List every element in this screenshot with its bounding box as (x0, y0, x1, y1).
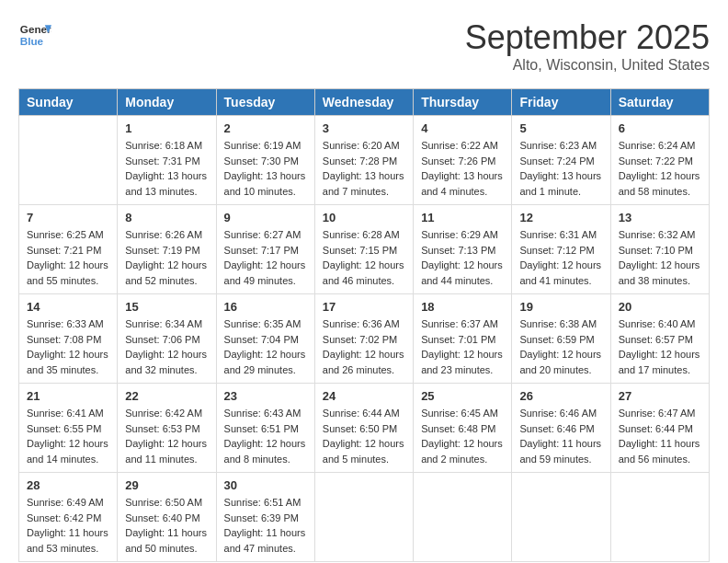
sunrise-text: Sunrise: 6:42 AM (125, 406, 208, 421)
sunrise-text: Sunrise: 6:28 AM (323, 227, 405, 243)
day-info: Sunrise: 6:36 AMSunset: 7:02 PMDaylight:… (323, 316, 405, 377)
sunset-text: Sunset: 6:44 PM (619, 421, 701, 437)
day-info: Sunrise: 6:50 AMSunset: 6:40 PMDaylight:… (125, 495, 208, 556)
calendar-cell: 3Sunrise: 6:20 AMSunset: 7:28 PMDaylight… (314, 116, 413, 205)
daylight-text: Daylight: 12 hours and 52 minutes. (125, 258, 208, 288)
sunrise-text: Sunrise: 6:38 AM (519, 316, 602, 332)
day-info: Sunrise: 6:45 AMSunset: 6:48 PMDaylight:… (421, 406, 504, 466)
day-info: Sunrise: 6:41 AMSunset: 6:55 PMDaylight:… (27, 406, 109, 466)
calendar-cell (512, 473, 610, 562)
day-info: Sunrise: 6:38 AMSunset: 6:59 PMDaylight:… (519, 316, 602, 377)
sunset-text: Sunset: 6:55 PM (27, 421, 109, 437)
sunrise-text: Sunrise: 6:31 AM (519, 227, 602, 243)
sunset-text: Sunset: 7:08 PM (27, 332, 109, 348)
day-number: 26 (519, 389, 602, 403)
day-number: 20 (619, 300, 701, 314)
daylight-text: Daylight: 12 hours and 35 minutes. (27, 347, 109, 377)
sunset-text: Sunset: 6:39 PM (224, 511, 307, 526)
daylight-text: Daylight: 12 hours and 23 minutes. (421, 347, 504, 377)
daylight-text: Daylight: 12 hours and 26 minutes. (323, 347, 405, 377)
sunrise-text: Sunrise: 6:51 AM (224, 495, 307, 511)
day-info: Sunrise: 6:35 AMSunset: 7:04 PMDaylight:… (224, 316, 307, 377)
day-number: 12 (519, 211, 602, 224)
sunset-text: Sunset: 7:06 PM (125, 332, 208, 348)
sunset-text: Sunset: 6:53 PM (125, 421, 208, 437)
sunrise-text: Sunrise: 6:19 AM (224, 138, 307, 154)
day-info: Sunrise: 6:26 AMSunset: 7:19 PMDaylight:… (125, 227, 208, 288)
calendar-cell: 4Sunrise: 6:22 AMSunset: 7:26 PMDaylight… (414, 116, 512, 205)
day-info: Sunrise: 6:29 AMSunset: 7:13 PMDaylight:… (421, 227, 504, 288)
title-block: September 2025 Alto, Wisconsin, United S… (465, 18, 710, 74)
sunrise-text: Sunrise: 6:26 AM (125, 227, 208, 243)
daylight-text: Daylight: 12 hours and 14 minutes. (27, 436, 109, 466)
sunrise-text: Sunrise: 6:33 AM (27, 316, 109, 332)
daylight-text: Daylight: 12 hours and 44 minutes. (421, 258, 504, 288)
sunrise-text: Sunrise: 6:40 AM (619, 316, 701, 332)
day-info: Sunrise: 6:27 AMSunset: 7:17 PMDaylight:… (224, 227, 307, 288)
daylight-text: Daylight: 13 hours and 1 minute. (519, 168, 602, 199)
sunset-text: Sunset: 7:17 PM (224, 243, 307, 259)
day-info: Sunrise: 6:18 AMSunset: 7:31 PMDaylight:… (125, 138, 208, 199)
calendar-header-tuesday: Tuesday (216, 89, 314, 116)
daylight-text: Daylight: 13 hours and 7 minutes. (323, 168, 405, 199)
daylight-text: Daylight: 11 hours and 50 minutes. (125, 525, 208, 556)
sunset-text: Sunset: 7:26 PM (421, 154, 504, 169)
sunrise-text: Sunrise: 6:36 AM (323, 316, 405, 332)
location-title: Alto, Wisconsin, United States (465, 57, 710, 74)
day-number: 25 (421, 389, 504, 403)
day-number: 28 (27, 478, 109, 492)
daylight-text: Daylight: 12 hours and 58 minutes. (619, 168, 701, 199)
sunrise-text: Sunrise: 6:32 AM (619, 227, 701, 243)
sunrise-text: Sunrise: 6:20 AM (323, 138, 405, 154)
sunrise-text: Sunrise: 6:44 AM (323, 406, 405, 421)
sunset-text: Sunset: 7:30 PM (224, 154, 307, 169)
daylight-text: Daylight: 12 hours and 55 minutes. (27, 258, 109, 288)
sunset-text: Sunset: 7:13 PM (421, 243, 504, 259)
sunset-text: Sunset: 6:57 PM (619, 332, 701, 348)
daylight-text: Daylight: 13 hours and 13 minutes. (125, 168, 208, 199)
calendar-header-row: SundayMondayTuesdayWednesdayThursdayFrid… (19, 89, 710, 116)
day-number: 22 (125, 389, 208, 403)
day-number: 1 (125, 121, 208, 135)
sunset-text: Sunset: 7:04 PM (224, 332, 307, 348)
daylight-text: Daylight: 12 hours and 8 minutes. (224, 436, 307, 466)
daylight-text: Daylight: 11 hours and 53 minutes. (27, 525, 109, 556)
calendar-week-1: 1Sunrise: 6:18 AMSunset: 7:31 PMDaylight… (19, 116, 710, 205)
sunrise-text: Sunrise: 6:45 AM (421, 406, 504, 421)
calendar-cell: 6Sunrise: 6:24 AMSunset: 7:22 PMDaylight… (610, 116, 709, 205)
day-number: 14 (27, 300, 109, 314)
page-header: General Blue September 2025 Alto, Wiscon… (18, 18, 710, 74)
day-number: 11 (421, 211, 504, 224)
calendar-cell: 10Sunrise: 6:28 AMSunset: 7:15 PMDayligh… (314, 205, 413, 294)
sunset-text: Sunset: 7:12 PM (519, 243, 602, 259)
day-info: Sunrise: 6:44 AMSunset: 6:50 PMDaylight:… (323, 406, 405, 466)
day-number: 10 (323, 211, 405, 224)
sunrise-text: Sunrise: 6:47 AM (619, 406, 701, 421)
sunrise-text: Sunrise: 6:49 AM (27, 495, 109, 511)
day-info: Sunrise: 6:23 AMSunset: 7:24 PMDaylight:… (519, 138, 602, 199)
sunset-text: Sunset: 7:31 PM (125, 154, 208, 169)
sunset-text: Sunset: 6:42 PM (27, 511, 109, 526)
sunrise-text: Sunrise: 6:24 AM (619, 138, 701, 154)
calendar-cell: 22Sunrise: 6:42 AMSunset: 6:53 PMDayligh… (118, 384, 216, 473)
day-number: 27 (619, 389, 701, 403)
day-number: 29 (125, 478, 208, 492)
daylight-text: Daylight: 13 hours and 4 minutes. (421, 168, 504, 199)
day-info: Sunrise: 6:24 AMSunset: 7:22 PMDaylight:… (619, 138, 701, 199)
calendar-cell: 16Sunrise: 6:35 AMSunset: 7:04 PMDayligh… (216, 294, 314, 384)
calendar-header-wednesday: Wednesday (314, 89, 413, 116)
day-info: Sunrise: 6:40 AMSunset: 6:57 PMDaylight:… (619, 316, 701, 377)
sunset-text: Sunset: 7:15 PM (323, 243, 405, 259)
daylight-text: Daylight: 11 hours and 56 minutes. (619, 436, 701, 466)
sunrise-text: Sunrise: 6:23 AM (519, 138, 602, 154)
sunset-text: Sunset: 7:21 PM (27, 243, 109, 259)
day-info: Sunrise: 6:25 AMSunset: 7:21 PMDaylight:… (27, 227, 109, 288)
calendar-week-2: 7Sunrise: 6:25 AMSunset: 7:21 PMDaylight… (19, 205, 710, 294)
month-title: September 2025 (465, 18, 710, 57)
logo-icon: General Blue (18, 18, 51, 52)
daylight-text: Daylight: 12 hours and 29 minutes. (224, 347, 307, 377)
calendar-cell: 13Sunrise: 6:32 AMSunset: 7:10 PMDayligh… (610, 205, 709, 294)
calendar-cell: 2Sunrise: 6:19 AMSunset: 7:30 PMDaylight… (216, 116, 314, 205)
daylight-text: Daylight: 12 hours and 46 minutes. (323, 258, 405, 288)
calendar-cell: 20Sunrise: 6:40 AMSunset: 6:57 PMDayligh… (610, 294, 709, 384)
